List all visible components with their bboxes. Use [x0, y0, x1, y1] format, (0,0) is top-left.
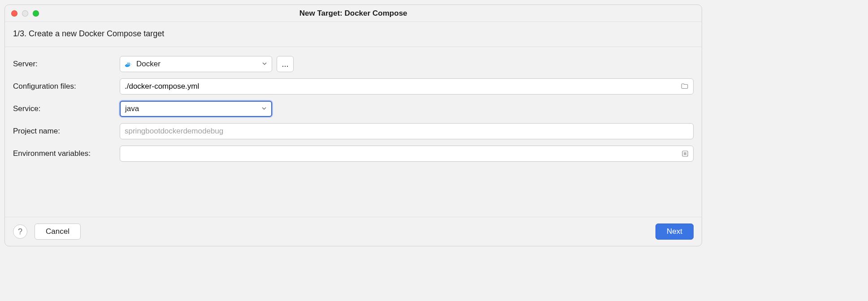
chevron-down-icon — [261, 104, 267, 113]
next-button[interactable]: Next — [655, 224, 694, 240]
step-heading: 1/3. Create a new Docker Compose target — [5, 22, 702, 47]
window-title: New Target: Docker Compose — [299, 9, 408, 18]
close-window-button[interactable] — [11, 10, 17, 17]
cancel-button[interactable]: Cancel — [35, 224, 81, 240]
form-area: Server: Docker ... Configuration files: — [5, 47, 702, 217]
project-name-input-wrapper — [120, 123, 694, 139]
service-label: Service: — [13, 104, 120, 113]
service-select[interactable]: java — [120, 101, 272, 117]
chevron-down-icon — [262, 60, 267, 69]
env-vars-label: Environment variables: — [13, 149, 120, 158]
project-name-label: Project name: — [13, 127, 120, 136]
minimize-window-button[interactable] — [22, 10, 28, 17]
maximize-window-button[interactable] — [33, 10, 39, 17]
server-label: Server: — [13, 60, 120, 69]
next-label: Next — [667, 227, 682, 236]
footer-bar: ? Cancel Next — [5, 217, 702, 246]
service-row: Service: java — [13, 101, 694, 117]
help-icon: ? — [18, 227, 22, 236]
project-name-row: Project name: — [13, 123, 694, 139]
config-files-row: Configuration files: — [13, 78, 694, 95]
service-selected-value: java — [125, 104, 139, 113]
list-icon[interactable] — [681, 150, 689, 157]
folder-icon[interactable] — [681, 82, 689, 90]
cancel-label: Cancel — [46, 227, 69, 236]
server-select[interactable]: Docker — [120, 56, 272, 72]
config-files-input-wrapper — [120, 78, 694, 95]
traffic-lights — [11, 10, 39, 17]
config-files-label: Configuration files: — [13, 82, 120, 91]
server-row: Server: Docker ... — [13, 56, 694, 72]
ellipsis-label: ... — [282, 60, 288, 69]
env-vars-input-wrapper — [120, 146, 694, 162]
help-button[interactable]: ? — [13, 224, 27, 239]
title-bar: New Target: Docker Compose — [5, 5, 702, 22]
docker-icon — [125, 60, 133, 68]
env-vars-input[interactable] — [125, 149, 681, 158]
env-vars-row: Environment variables: — [13, 146, 694, 162]
project-name-input[interactable] — [125, 127, 689, 136]
server-browse-button[interactable]: ... — [277, 56, 294, 72]
server-selected-value: Docker — [136, 60, 161, 69]
config-files-input[interactable] — [125, 82, 681, 91]
